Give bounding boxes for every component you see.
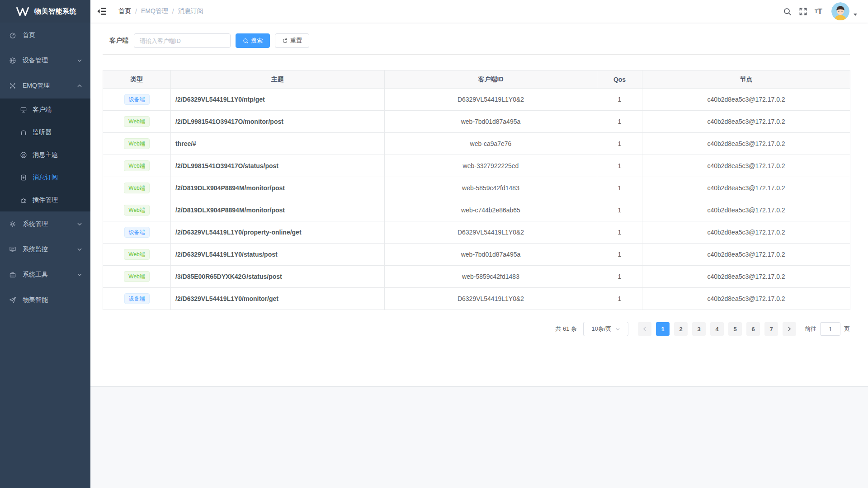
- node-cell: c40b2d8ea5c3@172.17.0.2: [642, 89, 850, 111]
- prev-page-button[interactable]: [638, 322, 651, 336]
- qos-cell: 1: [597, 177, 642, 199]
- page-size-select[interactable]: 10条/页: [583, 322, 628, 336]
- page-button-2[interactable]: 2: [674, 322, 688, 336]
- sidebar-item-devices[interactable]: 设备管理: [0, 48, 90, 73]
- avatar[interactable]: [831, 2, 849, 20]
- type-tag: Web端: [124, 138, 149, 149]
- app-title: 物美智能系统: [34, 7, 76, 16]
- reset-button[interactable]: 重置: [275, 33, 309, 48]
- pagination: 共 61 条 10条/页 1 2 3 4 5 6 7 前: [103, 322, 850, 336]
- sidebar-item-label: 消息主题: [33, 151, 58, 159]
- total-count: 共 61 条: [555, 325, 577, 333]
- table-row: 设备端 /2/D6329VL54419L1Y0/property-online/…: [103, 221, 850, 244]
- sidebar-item-label: 客户端: [33, 106, 52, 114]
- sidebar-collapse-icon[interactable]: [97, 7, 107, 16]
- search-icon[interactable]: [783, 7, 792, 16]
- qos-cell: 1: [597, 288, 642, 310]
- column-header-client: 客户端ID: [385, 70, 597, 89]
- sidebar-item-label: 首页: [23, 31, 35, 39]
- caret-down-icon: [854, 14, 857, 16]
- page-button-3[interactable]: 3: [692, 322, 706, 336]
- table-row: Web端 three/# web-ca9a7e76 1 c40b2d8ea5c3…: [103, 133, 850, 155]
- qos-cell: 1: [597, 155, 642, 177]
- client-cell: web-7bd01d87a495a: [385, 111, 597, 133]
- sidebar-item-topics[interactable]: @ 消息主题: [0, 144, 90, 166]
- column-header-type: 类型: [103, 70, 171, 89]
- client-filter-label: 客户端: [109, 37, 128, 45]
- sidebar-item-clients[interactable]: 客户端: [0, 99, 90, 121]
- topic-cell: /3/D85E00R65DYXK42G/status/post: [171, 266, 385, 288]
- column-header-topic: 主题: [171, 70, 385, 89]
- table-row: Web端 /2/DL9981541O39417O/monitor/post we…: [103, 111, 850, 133]
- emq-submenu: 客户端 监听器 @ 消息主题: [0, 99, 90, 211]
- fullscreen-icon[interactable]: [799, 7, 807, 16]
- sidebar-item-label: 系统管理: [23, 220, 48, 228]
- content-card: 客户端 搜索 重置 类型: [90, 23, 868, 387]
- sidebar: 物美智能系统 首页 设备管理: [0, 0, 90, 488]
- sidebar-item-wumei-smart[interactable]: 物美智能: [0, 287, 90, 313]
- devices-icon: [9, 57, 16, 64]
- client-icon: [20, 106, 27, 113]
- breadcrumb-home[interactable]: 首页: [118, 7, 131, 15]
- sidebar-item-plugins[interactable]: 插件管理: [0, 189, 90, 211]
- page-button-4[interactable]: 4: [710, 322, 724, 336]
- qos-cell: 1: [597, 111, 642, 133]
- sidebar-item-system-admin[interactable]: 系统管理: [0, 211, 90, 237]
- next-page-button[interactable]: [783, 322, 796, 336]
- topic-cell: /2/D6329VL54419L1Y0/monitor/get: [171, 288, 385, 310]
- emq-icon: [9, 82, 16, 89]
- table-row: Web端 /2/D819DLX904P8894M/monitor/post we…: [103, 177, 850, 199]
- topbar-actions: TT: [776, 2, 857, 20]
- search-button[interactable]: 搜索: [236, 33, 270, 48]
- user-menu[interactable]: [831, 2, 857, 20]
- sidebar-item-listeners[interactable]: 监听器: [0, 121, 90, 144]
- listener-icon: [20, 129, 27, 136]
- plugin-icon: [20, 197, 27, 204]
- svg-text:@: @: [22, 153, 25, 157]
- node-cell: c40b2d8ea5c3@172.17.0.2: [642, 155, 850, 177]
- chevron-down-icon: [615, 327, 620, 332]
- breadcrumb: 首页 / EMQ管理 / 消息订阅: [118, 7, 203, 15]
- type-tag: 设备端: [124, 227, 150, 238]
- topic-cell: /2/D819DLX904P8894M/monitor/post: [171, 199, 385, 221]
- client-cell: web-c744b2e86ab65: [385, 199, 597, 221]
- sidebar-item-label: 插件管理: [33, 196, 58, 204]
- type-tag: 设备端: [124, 94, 150, 105]
- sidebar-item-emq[interactable]: EMQ管理: [0, 73, 90, 99]
- font-size-icon[interactable]: TT: [815, 8, 822, 15]
- jump-page-input[interactable]: [820, 322, 840, 336]
- sidebar-item-subscriptions[interactable]: 消息订阅: [0, 166, 90, 189]
- logo[interactable]: 物美智能系统: [0, 0, 90, 23]
- page-button-6[interactable]: 6: [746, 322, 760, 336]
- topic-cell: /2/D819DLX904P8894M/monitor/post: [171, 177, 385, 199]
- breadcrumb-separator: /: [172, 8, 174, 15]
- toolbox-icon: [9, 271, 16, 278]
- sidebar-item-home[interactable]: 首页: [0, 23, 90, 48]
- client-cell: web-ca9a7e76: [385, 133, 597, 155]
- breadcrumb-emq[interactable]: EMQ管理: [141, 7, 168, 15]
- table-header-row: 类型 主题 客户端ID Qos 节点: [103, 70, 850, 89]
- client-id-input[interactable]: [134, 33, 231, 48]
- page-button-7[interactable]: 7: [764, 322, 778, 336]
- node-cell: c40b2d8ea5c3@172.17.0.2: [642, 244, 850, 266]
- refresh-icon: [282, 38, 288, 44]
- client-cell: D6329VL54419L1Y0&2: [385, 221, 597, 244]
- qos-cell: 1: [597, 266, 642, 288]
- page-button-5[interactable]: 5: [728, 322, 742, 336]
- page-button-1[interactable]: 1: [656, 322, 670, 336]
- client-cell: D6329VL54419L1Y0&2: [385, 89, 597, 111]
- chevron-up-icon: [77, 83, 82, 89]
- node-cell: c40b2d8ea5c3@172.17.0.2: [642, 111, 850, 133]
- node-cell: c40b2d8ea5c3@172.17.0.2: [642, 199, 850, 221]
- sidebar-item-system-monitor[interactable]: 系统监控: [0, 237, 90, 262]
- page-background: [90, 387, 868, 488]
- logo-icon: [16, 7, 29, 16]
- client-cell: web-3327922225ed: [385, 155, 597, 177]
- chevron-down-icon: [77, 272, 82, 277]
- sidebar-item-label: 设备管理: [23, 56, 48, 65]
- topic-cell: /2/DL9981541O39417O/monitor/post: [171, 111, 385, 133]
- client-cell: web-7bd01d87a495a: [385, 244, 597, 266]
- column-header-node: 节点: [642, 70, 850, 89]
- sidebar-item-system-tools[interactable]: 系统工具: [0, 262, 90, 287]
- page-jumper: 前往 页: [805, 322, 850, 336]
